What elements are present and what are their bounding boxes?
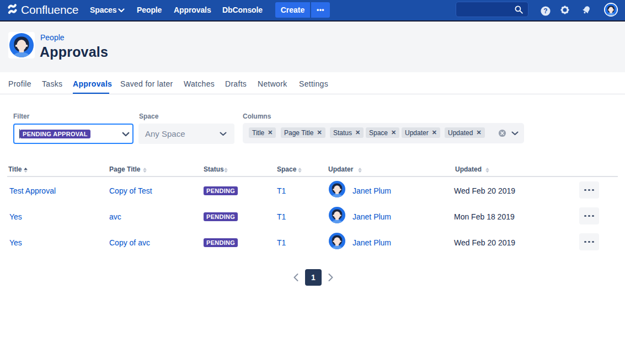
svg-text:?: ? (543, 7, 547, 15)
